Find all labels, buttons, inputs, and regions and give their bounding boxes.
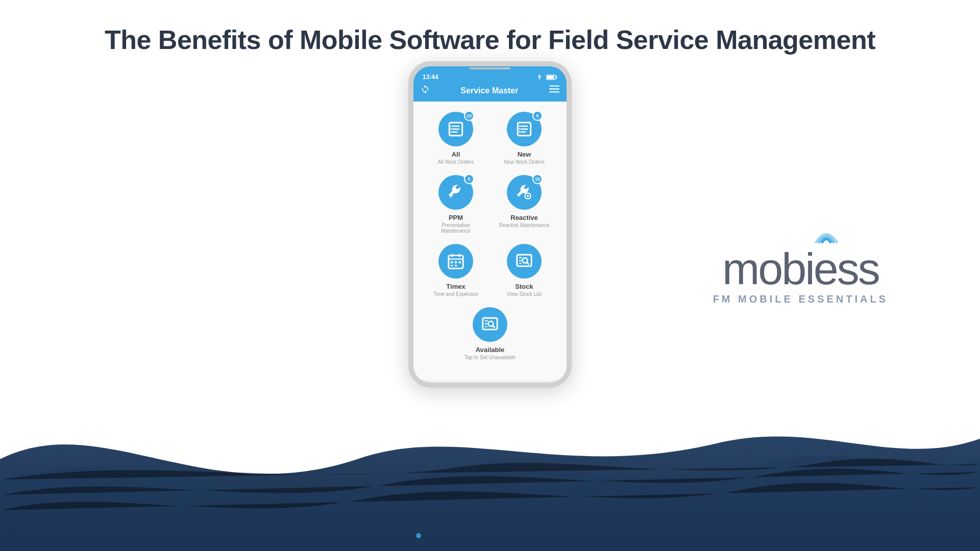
stock-icon-circle bbox=[507, 244, 542, 279]
svg-rect-32 bbox=[455, 265, 457, 266]
available-search-box-icon bbox=[481, 316, 499, 333]
svg-rect-30 bbox=[459, 261, 461, 263]
phone-top-bar: 13:44 bbox=[413, 66, 567, 102]
logo-signal-icon bbox=[811, 222, 842, 247]
timex-sublabel: Time and Expenses bbox=[433, 291, 478, 297]
refresh-icon[interactable] bbox=[421, 85, 430, 96]
svg-rect-4 bbox=[549, 86, 559, 87]
page-title: The Benefits of Mobile Software for Fiel… bbox=[0, 0, 980, 55]
svg-point-18 bbox=[519, 126, 520, 127]
reactive-wrench-gear-icon bbox=[516, 184, 533, 201]
grid-item-all[interactable]: 10 All All Work Orders bbox=[428, 112, 484, 165]
status-time: 13:44 bbox=[423, 73, 438, 81]
timex-icon-circle bbox=[438, 244, 473, 279]
available-sublabel: Tap to Set Unavailable bbox=[464, 355, 516, 360]
menu-icon[interactable] bbox=[549, 85, 559, 96]
phone-body: 13:44 bbox=[408, 61, 572, 388]
svg-rect-31 bbox=[451, 265, 453, 266]
svg-rect-2 bbox=[547, 76, 554, 79]
battery-icon bbox=[546, 74, 557, 80]
ppm-wrench-icon bbox=[447, 184, 464, 201]
new-label: New bbox=[518, 151, 531, 158]
grid-item-reactive[interactable]: 10 Reactive Reactive Maintenance bbox=[496, 175, 552, 234]
svg-line-41 bbox=[493, 325, 495, 328]
svg-point-13 bbox=[450, 131, 452, 133]
new-checklist-icon bbox=[516, 120, 533, 138]
svg-rect-3 bbox=[556, 76, 557, 78]
reactive-icon-circle: 10 bbox=[507, 175, 542, 210]
app-title-text: Service Master bbox=[430, 86, 549, 95]
logo-signal-container: ess bbox=[814, 246, 879, 291]
status-icons bbox=[535, 74, 557, 80]
all-icon-circle: 10 bbox=[438, 112, 473, 146]
new-sublabel: New Work Orders bbox=[504, 159, 544, 165]
grid-row-2: 0 PPM Preventative Maintenance 10 bbox=[422, 175, 558, 234]
mobiess-logo-area: mobi ess FM MOBILE ESSENTIALS bbox=[713, 246, 888, 305]
grid-item-ppm[interactable]: 0 PPM Preventative Maintenance bbox=[428, 175, 484, 234]
logo-tagline: FM MOBILE ESSENTIALS bbox=[713, 293, 888, 305]
svg-rect-6 bbox=[549, 91, 559, 92]
ppm-icon-circle: 0 bbox=[438, 175, 473, 210]
ppm-label: PPM bbox=[449, 214, 463, 221]
grid-item-timex[interactable]: Timex Time and Expenses bbox=[428, 244, 484, 297]
reactive-badge: 10 bbox=[532, 174, 543, 184]
svg-point-20 bbox=[519, 131, 520, 133]
available-item[interactable]: Available Tap to Set Unavailable bbox=[422, 307, 558, 360]
new-badge: 0 bbox=[532, 111, 543, 121]
phone-screen: 10 All All Work Orders bbox=[413, 102, 567, 380]
stock-label: Stock bbox=[515, 283, 533, 290]
svg-rect-28 bbox=[451, 261, 453, 263]
stock-search-box-icon bbox=[516, 253, 533, 270]
all-sublabel: All Work Orders bbox=[438, 159, 474, 165]
svg-rect-5 bbox=[549, 88, 559, 89]
svg-line-35 bbox=[527, 262, 529, 264]
wifi-icon bbox=[535, 74, 544, 80]
app-header: Service Master bbox=[413, 82, 567, 102]
wave-background bbox=[0, 378, 980, 551]
logo-text-mobi: mobi bbox=[722, 246, 814, 291]
grid-item-new[interactable]: 0 New New Work Orders bbox=[496, 112, 552, 165]
grid-row-1: 10 All All Work Orders bbox=[422, 112, 558, 165]
svg-rect-33 bbox=[517, 255, 531, 266]
svg-rect-29 bbox=[455, 261, 457, 263]
all-label: All bbox=[452, 151, 460, 158]
available-label: Available bbox=[476, 346, 505, 354]
timex-calendar-icon bbox=[447, 253, 464, 270]
new-icon-circle: 0 bbox=[507, 112, 542, 146]
grid-item-stock[interactable]: Stock View Stock List bbox=[496, 244, 552, 297]
ppm-badge: 0 bbox=[464, 174, 474, 184]
reactive-label: Reactive bbox=[510, 214, 537, 221]
all-checklist-icon bbox=[447, 120, 464, 138]
svg-rect-39 bbox=[483, 318, 497, 330]
all-badge: 10 bbox=[464, 111, 474, 121]
reactive-sublabel: Reactive Maintenance bbox=[499, 222, 550, 228]
status-bar: 13:44 bbox=[413, 70, 567, 82]
logo-text-ess: ess bbox=[814, 243, 879, 294]
phone-mockup: 13:44 bbox=[408, 61, 572, 388]
stock-sublabel: View Stock List bbox=[507, 291, 542, 297]
ppm-sublabel: Preventative Maintenance bbox=[441, 222, 470, 234]
svg-point-12 bbox=[450, 129, 452, 130]
svg-point-11 bbox=[450, 126, 452, 127]
svg-point-23 bbox=[527, 195, 529, 197]
svg-point-19 bbox=[519, 129, 520, 130]
svg-point-0 bbox=[416, 533, 421, 538]
grid-row-3: Timex Time and Expenses bbox=[422, 244, 558, 297]
timex-label: Timex bbox=[446, 283, 465, 290]
available-icon-circle bbox=[473, 307, 507, 342]
